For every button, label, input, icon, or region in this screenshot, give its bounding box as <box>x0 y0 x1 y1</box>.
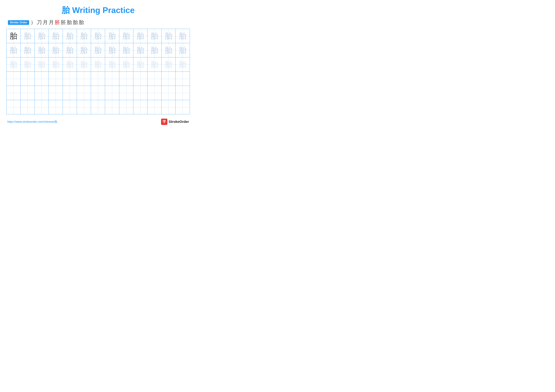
grid-cell-1-11: 胎 <box>161 29 175 43</box>
grid-cell-2-2: 胎 <box>35 43 49 57</box>
grid-cell-3-11: 胎 <box>161 57 175 71</box>
grid-cell-3-0: 胎 <box>7 57 21 71</box>
grid-cell-1-5: 胎 <box>77 29 91 43</box>
grid-cell-2-1: 胎 <box>21 43 35 57</box>
grid-cell-6-7[interactable] <box>105 100 119 114</box>
grid-cell-6-8[interactable] <box>119 100 133 114</box>
grid-cell-6-6[interactable] <box>91 100 105 114</box>
grid-cell-1-1: 胎 <box>21 29 35 43</box>
grid-cell-4-4[interactable] <box>63 72 77 86</box>
grid-cell-3-10: 胎 <box>147 57 161 71</box>
cell-char: 胎 <box>10 46 17 54</box>
grid-cell-6-0[interactable] <box>7 100 21 114</box>
grid-cell-6-9[interactable] <box>133 100 147 114</box>
grid-row-1: 胎胎胎胎胎胎胎胎胎胎胎胎胎 <box>7 29 190 43</box>
grid-cell-4-5[interactable] <box>77 72 91 86</box>
grid-cell-3-9: 胎 <box>133 57 147 71</box>
grid-cell-3-7: 胎 <box>105 57 119 71</box>
grid-cell-2-12: 胎 <box>175 43 190 57</box>
grid-cell-6-11[interactable] <box>161 100 175 114</box>
grid-cell-4-0[interactable] <box>7 72 21 86</box>
cell-char: 胎 <box>137 32 144 40</box>
grid-cell-4-12[interactable] <box>175 72 190 86</box>
cell-char: 胎 <box>66 46 73 54</box>
grid-cell-2-11: 胎 <box>161 43 175 57</box>
cell-char: 胎 <box>137 61 144 68</box>
grid-cell-4-9[interactable] <box>133 72 147 86</box>
grid-cell-4-3[interactable] <box>49 72 63 86</box>
grid-cell-6-2[interactable] <box>35 100 49 114</box>
cell-char: 胎 <box>94 46 102 54</box>
grid-cell-5-11[interactable] <box>161 86 175 100</box>
grid-cell-5-1[interactable] <box>21 86 35 100</box>
stroke-char-7: 胎 <box>73 19 78 26</box>
grid-cell-5-0[interactable] <box>7 86 21 100</box>
grid-cell-4-2[interactable] <box>35 72 49 86</box>
grid-cell-5-2[interactable] <box>35 86 49 100</box>
grid-cell-5-8[interactable] <box>119 86 133 100</box>
grid-cell-2-4: 胎 <box>63 43 77 57</box>
cell-char: 胎 <box>94 61 102 68</box>
grid-cell-1-0: 胎 <box>7 29 21 43</box>
grid-cell-2-5: 胎 <box>77 43 91 57</box>
grid-cell-1-4: 胎 <box>63 29 77 43</box>
footer-url: https://www.strokeorder.com/chinese/胎 <box>7 120 57 124</box>
cell-char: 胎 <box>179 61 186 68</box>
grid-cell-3-8: 胎 <box>119 57 133 71</box>
grid-cell-5-4[interactable] <box>63 86 77 100</box>
grid-cell-6-1[interactable] <box>21 100 35 114</box>
grid-cell-1-7: 胎 <box>105 29 119 43</box>
grid-cell-4-7[interactable] <box>105 72 119 86</box>
cell-char: 胎 <box>179 32 186 40</box>
cell-char: 胎 <box>38 46 45 54</box>
grid-row-5 <box>7 86 190 100</box>
cell-char: 胎 <box>123 32 130 40</box>
grid-cell-4-1[interactable] <box>21 72 35 86</box>
stroke-order-badge: Stroke Order <box>8 20 29 25</box>
grid-cell-4-11[interactable] <box>161 72 175 86</box>
grid-cell-2-9: 胎 <box>133 43 147 57</box>
cell-char: 胎 <box>38 32 45 40</box>
grid-cell-5-12[interactable] <box>175 86 190 100</box>
grid-row-4 <box>7 72 190 86</box>
grid-cell-5-6[interactable] <box>91 86 105 100</box>
stroke-order-row: Stroke Order ）刀月月胚胚胎胎胎 <box>6 19 190 26</box>
cell-char: 胎 <box>66 61 73 68</box>
cell-char: 胎 <box>165 32 172 40</box>
cell-char: 胎 <box>52 46 59 54</box>
stroke-char-4: 胚 <box>55 19 60 26</box>
grid-cell-5-3[interactable] <box>49 86 63 100</box>
grid-cell-4-6[interactable] <box>91 72 105 86</box>
stroke-char-1: 刀 <box>37 19 42 26</box>
grid-cell-2-7: 胎 <box>105 43 119 57</box>
grid-cell-3-6: 胎 <box>91 57 105 71</box>
grid-cell-6-3[interactable] <box>49 100 63 114</box>
stroke-char-2: 月 <box>43 19 48 26</box>
practice-grid: 胎胎胎胎胎胎胎胎胎胎胎胎胎 胎胎胎胎胎胎胎胎胎胎胎胎胎 胎胎胎胎胎胎胎胎胎胎胎胎… <box>6 29 190 114</box>
grid-cell-5-9[interactable] <box>133 86 147 100</box>
grid-cell-4-10[interactable] <box>147 72 161 86</box>
grid-cell-4-8[interactable] <box>119 72 133 86</box>
grid-cell-6-10[interactable] <box>147 100 161 114</box>
grid-cell-1-8: 胎 <box>119 29 133 43</box>
grid-cell-5-10[interactable] <box>147 86 161 100</box>
cell-char: 胎 <box>10 32 17 40</box>
cell-char: 胎 <box>151 46 158 54</box>
grid-cell-1-12: 胎 <box>175 29 190 43</box>
stroke-char-0: ） <box>31 19 36 26</box>
cell-char: 胎 <box>94 32 102 40</box>
grid-cell-5-7[interactable] <box>105 86 119 100</box>
grid-cell-6-4[interactable] <box>63 100 77 114</box>
stroke-char-3: 月 <box>49 19 54 26</box>
grid-cell-6-5[interactable] <box>77 100 91 114</box>
page-title: 胎 Writing Practice <box>6 5 190 16</box>
grid-cell-1-10: 胎 <box>147 29 161 43</box>
grid-cell-5-5[interactable] <box>77 86 91 100</box>
grid-cell-1-9: 胎 <box>133 29 147 43</box>
grid-cell-6-12[interactable] <box>175 100 190 114</box>
cell-char: 胎 <box>165 46 172 54</box>
cell-char: 胎 <box>123 61 130 68</box>
grid-cell-3-5: 胎 <box>77 57 91 71</box>
grid-cell-3-12: 胎 <box>175 57 190 71</box>
cell-char: 胎 <box>179 46 186 54</box>
